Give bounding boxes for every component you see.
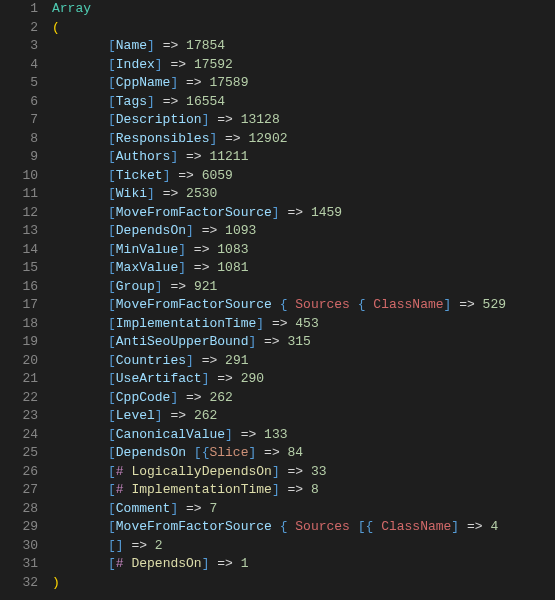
code-line[interactable]: Array: [52, 0, 555, 19]
token: [: [108, 242, 116, 257]
code-line[interactable]: [Authors] => 11211: [52, 148, 555, 167]
token: [178, 186, 186, 201]
token: DependsOn: [116, 445, 186, 460]
token: =>: [241, 427, 257, 442]
code-line[interactable]: [# LogicallyDependsOn] => 33: [52, 463, 555, 482]
code-line[interactable]: [Countries] => 291: [52, 352, 555, 371]
token: 8: [311, 482, 319, 497]
token: DependsOn: [131, 556, 201, 571]
code-line[interactable]: [Description] => 13128: [52, 111, 555, 130]
code-line[interactable]: [MoveFromFactorSource] => 1459: [52, 204, 555, 223]
token: [178, 38, 186, 53]
token: Name: [116, 38, 147, 53]
line-number: 9: [0, 148, 38, 167]
token: Index: [116, 57, 155, 72]
token: [: [108, 371, 116, 386]
code-line[interactable]: [Responsibles] => 12902: [52, 130, 555, 149]
token: Sources: [295, 519, 350, 534]
token: =>: [467, 519, 483, 534]
token: Array: [52, 1, 91, 16]
line-number: 13: [0, 222, 38, 241]
token: [233, 371, 241, 386]
token: [: [108, 260, 116, 275]
token: [: [194, 445, 202, 460]
token: 921: [194, 279, 217, 294]
token: ]: [256, 316, 264, 331]
token: 17592: [194, 57, 233, 72]
token: 12902: [248, 131, 287, 146]
code-line[interactable]: [Wiki] => 2530: [52, 185, 555, 204]
token: =>: [170, 279, 186, 294]
token: =>: [194, 242, 210, 257]
code-line[interactable]: ): [52, 574, 555, 593]
token: MoveFromFactorSource: [116, 519, 272, 534]
token: Responsibles: [116, 131, 210, 146]
token: =>: [170, 408, 186, 423]
token: =>: [186, 501, 202, 516]
code-editor[interactable]: 1234567891011121314151617181920212223242…: [0, 0, 555, 592]
code-line[interactable]: [Name] => 17854: [52, 37, 555, 56]
token: =>: [217, 112, 233, 127]
code-content[interactable]: Array([Name] => 17854[Index] => 17592[Cp…: [52, 0, 555, 592]
token: [: [108, 279, 116, 294]
code-line[interactable]: [Level] => 262: [52, 407, 555, 426]
line-number: 8: [0, 130, 38, 149]
code-line[interactable]: [AntiSeoUpperBound] => 315: [52, 333, 555, 352]
code-line[interactable]: [CppName] => 17589: [52, 74, 555, 93]
line-number: 4: [0, 56, 38, 75]
code-line[interactable]: [CppCode] => 262: [52, 389, 555, 408]
token: [178, 94, 186, 109]
token: Countries: [116, 353, 186, 368]
token: [186, 57, 194, 72]
token: Tags: [116, 94, 147, 109]
code-line[interactable]: [Index] => 17592: [52, 56, 555, 75]
line-number: 19: [0, 333, 38, 352]
token: =>: [217, 556, 233, 571]
line-number: 27: [0, 481, 38, 500]
token: 1083: [217, 242, 248, 257]
code-line[interactable]: [Comment] => 7: [52, 500, 555, 519]
token: =>: [264, 334, 280, 349]
token: =>: [225, 131, 241, 146]
token: 290: [241, 371, 264, 386]
line-number: 3: [0, 37, 38, 56]
token: [178, 75, 186, 90]
code-line[interactable]: [ImplementationTime] => 453: [52, 315, 555, 334]
token: [155, 186, 163, 201]
token: [: [108, 519, 116, 534]
token: [373, 519, 381, 534]
code-line[interactable]: [Group] => 921: [52, 278, 555, 297]
token: =>: [217, 371, 233, 386]
code-line[interactable]: [CanonicalValue] => 133: [52, 426, 555, 445]
code-line[interactable]: [UseArtifact] => 290: [52, 370, 555, 389]
token: LogicallyDependsOn: [131, 464, 271, 479]
token: ImplementationTime: [131, 482, 271, 497]
token: [233, 427, 241, 442]
code-line[interactable]: [MoveFromFactorSource { Sources { ClassN…: [52, 296, 555, 315]
token: ClassName: [373, 297, 443, 312]
code-line[interactable]: [MaxValue] => 1081: [52, 259, 555, 278]
token: [: [108, 427, 116, 442]
token: 529: [483, 297, 506, 312]
token: 13128: [241, 112, 280, 127]
code-line[interactable]: [Tags] => 16554: [52, 93, 555, 112]
token: Ticket: [116, 168, 163, 183]
code-line[interactable]: [# ImplementationTime] => 8: [52, 481, 555, 500]
code-line[interactable]: [# DependsOn] => 1: [52, 555, 555, 574]
code-line[interactable]: [] => 2: [52, 537, 555, 556]
code-line[interactable]: [MinValue] => 1083: [52, 241, 555, 260]
code-line[interactable]: [DependsOn [{Slice] => 84: [52, 444, 555, 463]
token: Level: [116, 408, 155, 423]
token: 1093: [225, 223, 256, 238]
line-number: 22: [0, 389, 38, 408]
code-line[interactable]: [Ticket] => 6059: [52, 167, 555, 186]
code-line[interactable]: [MoveFromFactorSource { Sources [{ Class…: [52, 518, 555, 537]
token: [186, 445, 194, 460]
token: 84: [288, 445, 304, 460]
token: DependsOn: [116, 223, 186, 238]
code-line[interactable]: (: [52, 19, 555, 38]
code-line[interactable]: [DependsOn] => 1093: [52, 222, 555, 241]
token: [: [108, 408, 116, 423]
line-number: 12: [0, 204, 38, 223]
token: 133: [264, 427, 287, 442]
